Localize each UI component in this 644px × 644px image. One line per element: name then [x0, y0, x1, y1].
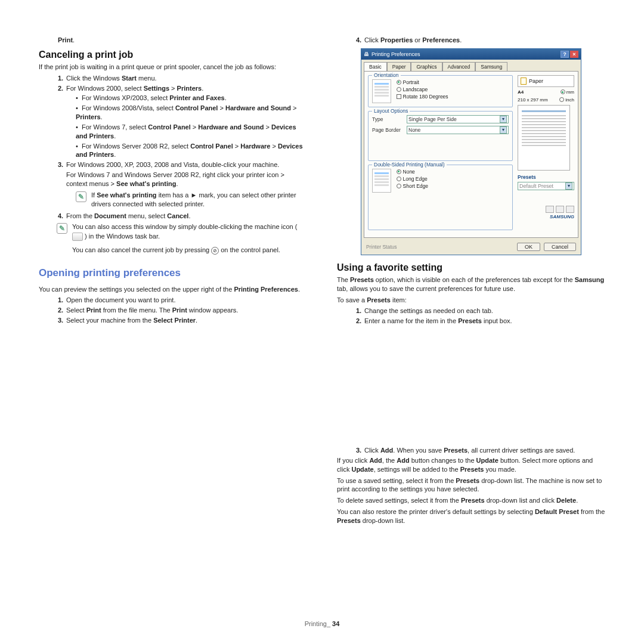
tab-advanced[interactable]: Advanced	[442, 62, 476, 71]
orientation-thumb	[372, 79, 391, 103]
printing-preferences-dialog: 🖶 Printing Preferences ? × Basic Paper G…	[361, 48, 581, 255]
bullet-win7: •For Windows 7, select Control Panel > H…	[76, 123, 307, 141]
note-icon: ✎	[76, 191, 86, 202]
tab-graphics[interactable]: Graphics	[411, 62, 442, 71]
preset-step-2: 2.Enter a name for the item in the Prese…	[356, 317, 605, 326]
close-button[interactable]: ×	[570, 51, 578, 58]
heading-opening-prefs: Opening printing preferences	[39, 267, 307, 279]
printer-taskbar-icon	[72, 233, 83, 241]
page-preview	[518, 105, 570, 171]
radio-none[interactable]: None	[397, 169, 429, 175]
help-icon[interactable]	[566, 206, 574, 213]
preset-step-3: 3.Click Add. When you save Presets, all …	[356, 446, 605, 455]
printer-icon: 🖶	[364, 51, 369, 57]
ok-button[interactable]: OK	[517, 243, 540, 251]
chevron-down-icon: ▾	[500, 126, 507, 134]
samsung-logo: SAMSUNG	[518, 214, 574, 219]
tab-basic[interactable]: Basic	[364, 62, 387, 71]
heading-cancel: Canceling a print job	[39, 49, 307, 60]
tip-taskbar: ✎ You can also access this window by sim…	[57, 222, 307, 255]
bullet-xp: •For Windows XP/2003, select Printer and…	[76, 94, 307, 103]
heading-favorite: Using a favorite setting	[337, 262, 605, 273]
cancel-button[interactable]: Cancel	[544, 243, 576, 251]
radio-portrait[interactable]: Portrait	[397, 79, 448, 85]
radio-landscape[interactable]: Landscape	[397, 86, 448, 92]
tip-mark: ✎ If See what's printing item has a ► ma…	[76, 191, 307, 209]
page-footer: Printing_ 34	[0, 620, 644, 627]
preset-note-3: To delete saved settings, select it from…	[337, 496, 605, 505]
tab-strip: Basic Paper Graphics Advanced Samsung	[361, 60, 581, 71]
tab-samsung[interactable]: Samsung	[475, 62, 507, 71]
cancel-button-icon: ⊘	[211, 247, 219, 255]
help-button[interactable]: ?	[561, 51, 569, 58]
step-3b: For Windows 7 and Windows Server 2008 R2…	[58, 171, 307, 188]
dialog-title: Printing Preferences	[371, 51, 420, 57]
paper-icon	[521, 78, 527, 85]
info-icon[interactable]	[556, 206, 564, 213]
right-step-4: 4.Click Properties or Preferences.	[337, 36, 605, 45]
open-step-1: 1.Open the document you want to print.	[58, 296, 307, 305]
left-column: Print. Canceling a print job If the prin…	[39, 36, 307, 528]
print-line: Print.	[39, 36, 307, 45]
dialog-titlebar: 🖶 Printing Preferences ? ×	[361, 49, 581, 60]
chevron-down-icon: ▾	[500, 116, 507, 123]
step-3: 3.For Windows 2000, XP, 2003, 2008 and V…	[58, 160, 307, 169]
reset-icon[interactable]	[546, 206, 554, 213]
preset-note-2: To use a saved setting, select it from t…	[337, 476, 605, 494]
fav-intro: The Presets option, which is visible on …	[337, 275, 605, 293]
paper-indicator: Paper	[518, 75, 574, 87]
step-1: 1.Click the Windows Start menu.	[58, 74, 307, 83]
orientation-group: Orientation Portrait Landscape Rotate 18…	[368, 75, 513, 107]
bullet-2008r2: •For Windows Server 2008 R2, select Cont…	[76, 142, 307, 160]
open-intro: You can preview the settings you selecte…	[39, 285, 307, 294]
bullet-vista: •For Windows 2008/Vista, select Control …	[76, 104, 307, 122]
duplex-group: Double-Sided Printing (Manual) None Long…	[368, 165, 513, 230]
right-column: 4.Click Properties or Preferences. 🖶 Pri…	[337, 36, 605, 528]
print-bold: Print	[58, 36, 73, 44]
radio-short[interactable]: Short Edge	[397, 183, 429, 189]
border-combo[interactable]: None▾	[407, 126, 509, 134]
paper-spec: A4 mm	[518, 89, 574, 95]
preset-step-1: 1.Change the settings as needed on each …	[356, 306, 605, 315]
tab-paper[interactable]: Paper	[387, 62, 411, 71]
open-step-2: 2.Select Print from the file menu. The P…	[58, 306, 307, 315]
check-rotate[interactable]: Rotate 180 Degrees	[397, 94, 448, 100]
presets-combo[interactable]: Default Preset▾	[518, 182, 574, 190]
step-2: 2.For Windows 2000, select Settings > Pr…	[58, 84, 307, 93]
corner-buttons	[518, 206, 574, 213]
step-4: 4.From the Document menu, select Cancel.	[58, 212, 307, 221]
open-step-3: 3.Select your machine from the Select Pr…	[58, 316, 307, 325]
layout-group: Layout Options Type Single Page Per Side…	[368, 111, 513, 161]
preset-note-4: You can also restore the printer driver'…	[337, 507, 605, 525]
type-combo[interactable]: Single Page Per Side▾	[407, 115, 509, 123]
note-icon: ✎	[57, 223, 67, 234]
chevron-down-icon: ▾	[565, 182, 572, 190]
preset-note-1: If you click Add, the Add button changes…	[337, 456, 605, 474]
cancel-intro: If the print job is waiting in a print q…	[39, 63, 307, 72]
unit-inch[interactable]: inch	[559, 97, 574, 103]
radio-long[interactable]: Long Edge	[397, 176, 429, 182]
unit-mm[interactable]: mm	[561, 89, 574, 95]
duplex-thumb	[372, 169, 391, 193]
printer-status-link[interactable]: Printer Status	[366, 244, 397, 250]
